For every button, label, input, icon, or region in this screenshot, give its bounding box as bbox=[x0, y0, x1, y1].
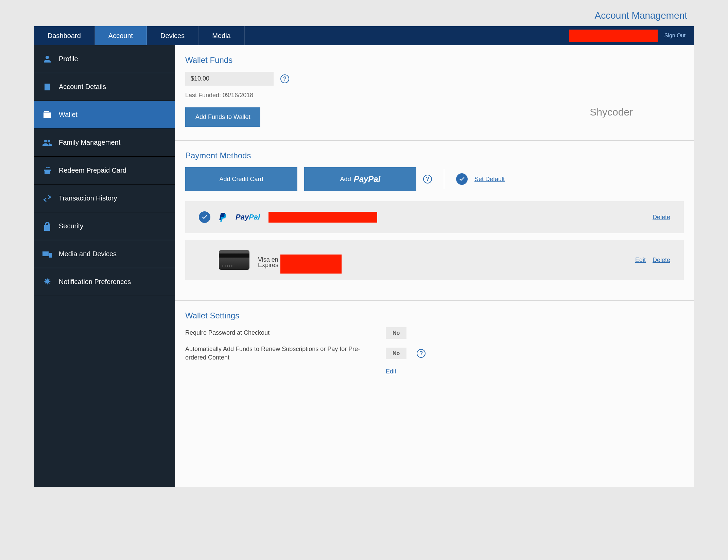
details-icon bbox=[42, 83, 52, 91]
sidebar: Profile Account Details Wallet Family Ma… bbox=[34, 45, 175, 487]
sidebar-item-label: Transaction History bbox=[59, 194, 117, 202]
wallet-settings-edit-link[interactable]: Edit bbox=[386, 368, 396, 375]
page-title: Account Management bbox=[34, 10, 687, 21]
payment-methods-heading: Payment Methods bbox=[185, 151, 684, 160]
top-nav: Dashboard Account Devices Media Sign Out bbox=[34, 26, 694, 45]
help-icon[interactable]: ? bbox=[423, 175, 432, 183]
last-funded-text: Last Funded: 09/16/2018 bbox=[185, 92, 684, 99]
sidebar-item-label: Family Management bbox=[59, 139, 120, 146]
gift-icon bbox=[42, 167, 52, 175]
add-paypal-button[interactable]: Add PayPal bbox=[304, 167, 416, 191]
divider bbox=[444, 169, 444, 189]
username-redacted bbox=[569, 30, 658, 42]
sidebar-item-family-management[interactable]: Family Management bbox=[34, 129, 175, 157]
sidebar-item-label: Wallet bbox=[59, 111, 77, 119]
visa-redacted bbox=[280, 255, 342, 274]
sidebar-item-label: Profile bbox=[59, 55, 78, 63]
auto-add-value: No bbox=[386, 348, 406, 359]
sidebar-item-label: Redeem Prepaid Card bbox=[59, 167, 126, 174]
edit-visa-link[interactable]: Edit bbox=[635, 257, 646, 264]
add-paypal-prefix: Add bbox=[340, 176, 351, 183]
devices-icon bbox=[42, 251, 52, 258]
paypal-text-icon: PayPal bbox=[236, 213, 260, 222]
paypal-logo-icon: PayPal bbox=[354, 174, 381, 184]
set-default-link[interactable]: Set Default bbox=[474, 176, 505, 183]
sidebar-item-label: Media and Devices bbox=[59, 250, 117, 258]
sidebar-item-profile[interactable]: Profile bbox=[34, 45, 175, 73]
wallet-funds-amount: $10.00 bbox=[185, 72, 274, 86]
add-funds-button[interactable]: Add Funds to Wallet bbox=[185, 107, 260, 127]
help-icon[interactable]: ? bbox=[280, 74, 289, 83]
sidebar-item-media-devices[interactable]: Media and Devices bbox=[34, 240, 175, 268]
delete-visa-link[interactable]: Delete bbox=[653, 257, 670, 264]
delete-paypal-link[interactable]: Delete bbox=[653, 214, 670, 221]
sidebar-item-wallet[interactable]: Wallet bbox=[34, 101, 175, 129]
sidebar-item-security[interactable]: Security bbox=[34, 212, 175, 240]
watermark: Shycoder bbox=[590, 106, 633, 118]
setting-require-password: Require Password at Checkout No bbox=[185, 327, 684, 339]
paypal-p-icon bbox=[219, 213, 227, 222]
visa-expires-label: Expires bbox=[258, 261, 278, 270]
profile-icon bbox=[42, 55, 52, 63]
setting-auto-add-funds: Automatically Add Funds to Renew Subscri… bbox=[185, 345, 684, 362]
setting-label: Automatically Add Funds to Renew Subscri… bbox=[185, 345, 376, 362]
transfer-icon bbox=[42, 195, 52, 202]
burst-icon bbox=[42, 278, 52, 286]
wallet-settings-heading: Wallet Settings bbox=[185, 311, 684, 320]
setting-label: Require Password at Checkout bbox=[185, 329, 376, 337]
lock-icon bbox=[42, 222, 52, 231]
sidebar-item-account-details[interactable]: Account Details bbox=[34, 73, 175, 101]
sidebar-item-label: Security bbox=[59, 222, 83, 230]
selected-check-icon bbox=[199, 211, 210, 223]
wallet-icon bbox=[42, 111, 52, 119]
credit-card-icon bbox=[219, 250, 249, 270]
main-content: Wallet Funds $10.00 ? Last Funded: 09/16… bbox=[175, 45, 694, 487]
sidebar-item-transaction-history[interactable]: Transaction History bbox=[34, 185, 175, 212]
family-icon bbox=[42, 139, 52, 146]
tab-media[interactable]: Media bbox=[198, 26, 244, 45]
sidebar-item-label: Account Details bbox=[59, 83, 106, 91]
help-icon[interactable]: ? bbox=[417, 349, 426, 358]
wallet-funds-heading: Wallet Funds bbox=[185, 55, 684, 65]
require-password-value: No bbox=[386, 327, 406, 339]
paypal-account-redacted bbox=[268, 212, 377, 223]
sidebar-item-redeem-prepaid[interactable]: Redeem Prepaid Card bbox=[34, 157, 175, 185]
default-check-icon bbox=[456, 173, 468, 185]
payment-method-paypal: PayPal Delete bbox=[185, 201, 684, 233]
tab-account[interactable]: Account bbox=[95, 26, 147, 45]
tab-dashboard[interactable]: Dashboard bbox=[34, 26, 95, 45]
sidebar-item-notification-preferences[interactable]: Notification Preferences bbox=[34, 268, 175, 296]
visa-card-details: Visa en Expires bbox=[258, 250, 342, 270]
sign-out-link[interactable]: Sign Out bbox=[664, 33, 686, 39]
payment-method-visa: Visa en Expires Edit Delete bbox=[185, 240, 684, 280]
sidebar-item-label: Notification Preferences bbox=[59, 278, 131, 286]
tab-devices[interactable]: Devices bbox=[147, 26, 198, 45]
add-credit-card-button[interactable]: Add Credit Card bbox=[185, 167, 297, 191]
